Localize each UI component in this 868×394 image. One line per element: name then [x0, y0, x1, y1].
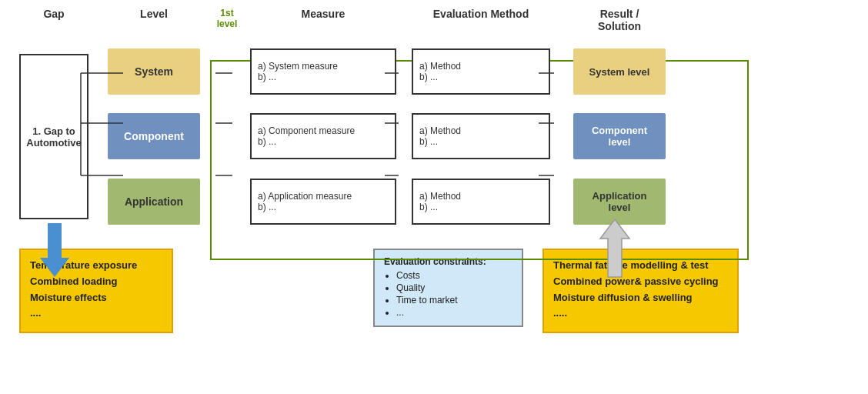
result-application: Application level [573, 179, 666, 225]
level-component: Component [108, 113, 200, 159]
measure-component: a) Component measure b) ... [250, 113, 396, 159]
yellow-left-line4: .... [30, 306, 162, 322]
measure-column: a) System measure b) ... a) Component me… [242, 38, 404, 235]
bottom-section: Temperature exposure Combined loading Mo… [12, 249, 856, 333]
yellow-left-line1: Temperature exposure [30, 258, 162, 274]
constraint-quality: Quality [396, 282, 512, 293]
header-gap: Gap [12, 8, 96, 20]
gap-column: 1. Gap to Automotive [12, 38, 96, 235]
column-headers: Gap Level 1st level Measure Evaluation M… [12, 8, 856, 32]
measure-application: a) Application measure b) ... [250, 179, 396, 225]
constraint-costs: Costs [396, 270, 512, 281]
gap-box: 1. Gap to Automotive [19, 54, 88, 219]
first-level-label [212, 38, 242, 235]
yellow-left-line2: Combined loading [30, 274, 162, 290]
header-result-solution: Result / Solution [558, 8, 681, 32]
header-1st-level: 1st level [212, 8, 242, 30]
result-column: System level Component level Application… [558, 38, 681, 235]
diagram-container: Gap Level 1st level Measure Evaluation M… [0, 0, 868, 394]
rows-area: 1. Gap to Automotive System Component Ap… [12, 38, 856, 235]
constraint-time: Time to market [396, 295, 512, 306]
eval-system: a) Method b) ... [412, 48, 550, 95]
eval-application: a) Method b) ... [412, 179, 550, 225]
level-column: System Component Application [96, 38, 212, 235]
constraint-more: ... [396, 307, 512, 318]
yellow-right-line1: Thermal fatigue modelling & test [553, 258, 728, 274]
header-level: Level [96, 8, 212, 20]
result-system: System level [573, 48, 666, 95]
eval-constraints-box: Evaluation constraints: Costs Quality Ti… [373, 249, 523, 327]
level-system: System [108, 48, 200, 95]
yellow-box-right: Thermal fatigue modelling & test Combine… [542, 249, 739, 333]
yellow-right-line4: ..... [553, 306, 728, 322]
yellow-right-line2: Combined power& passive cycling [553, 274, 728, 290]
header-evaluation-method: Evaluation Method [404, 8, 558, 20]
yellow-left-line3: Moisture effects [30, 290, 162, 306]
yellow-right-line3: Moisture diffusion & swelling [553, 290, 728, 306]
eval-constraints-list: Costs Quality Time to market ... [384, 270, 512, 318]
result-component: Component level [573, 113, 666, 159]
measure-system: a) System measure b) ... [250, 48, 396, 95]
header-measure: Measure [242, 8, 404, 20]
eval-column: a) Method b) ... a) Method b) ... a) Met… [404, 38, 558, 235]
eval-component: a) Method b) ... [412, 113, 550, 159]
level-application: Application [108, 179, 200, 225]
yellow-box-left: Temperature exposure Combined loading Mo… [19, 249, 173, 333]
